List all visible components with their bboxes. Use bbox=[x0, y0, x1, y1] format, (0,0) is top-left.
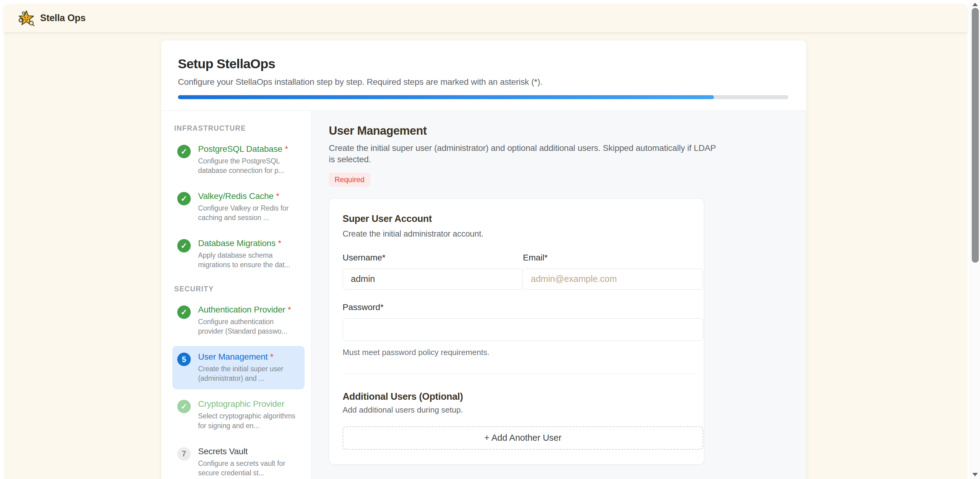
card-title: Super User Account bbox=[343, 213, 703, 224]
scrollbar-up-arrow-icon[interactable] bbox=[972, 3, 978, 6]
step-description: Configure authentication provider (Stand… bbox=[198, 317, 300, 336]
password-help-text: Must meet password policy requirements. bbox=[343, 348, 703, 357]
step-complete-icon: ✓ bbox=[177, 192, 191, 205]
step-number-badge: 7 bbox=[177, 447, 191, 461]
required-asterisk: * bbox=[270, 352, 274, 361]
step-title: Authentication Provider bbox=[198, 305, 285, 314]
step-description: Apply database schema migrations to ensu… bbox=[198, 251, 300, 270]
step-description: Create the initial super user (administr… bbox=[198, 364, 300, 383]
additional-users-subtitle: Add additional users during setup. bbox=[343, 405, 703, 415]
step-number-badge: 5 bbox=[177, 353, 191, 366]
setup-progress-bar bbox=[178, 95, 788, 99]
setup-progress-fill bbox=[178, 95, 714, 99]
add-another-user-button[interactable]: + Add Another User bbox=[343, 426, 703, 450]
scrollbar-thumb[interactable] bbox=[972, 8, 979, 263]
password-label: Password* bbox=[343, 302, 703, 312]
check-icon: ✓ bbox=[181, 194, 188, 204]
steps-sidebar: INFRASTRUCTURE ✓ PostgreSQL Database* Co… bbox=[161, 111, 311, 479]
app-header: Stella Ops bbox=[4, 4, 967, 32]
password-input[interactable] bbox=[343, 318, 703, 341]
step-content-panel: User Management Create the initial super… bbox=[311, 111, 806, 479]
step-title: Valkey/Redis Cache bbox=[198, 191, 274, 201]
super-user-account-card: Super User Account Create the initial ad… bbox=[329, 198, 704, 465]
required-asterisk: * bbox=[278, 239, 282, 248]
sidebar-item-cryptographic-provider[interactable]: ✓ Cryptographic Provider Select cryptogr… bbox=[172, 393, 305, 436]
check-icon: ✓ bbox=[181, 402, 188, 411]
username-label: Username* bbox=[343, 253, 523, 263]
page-title: Setup StellaOps bbox=[178, 56, 789, 71]
scrollbar[interactable] bbox=[970, 0, 980, 479]
check-icon: ✓ bbox=[181, 241, 188, 251]
sidebar-item-secrets-vault[interactable]: 7 Secrets Vault Configure a secrets vaul… bbox=[172, 441, 305, 479]
step-complete-icon: ✓ bbox=[177, 145, 191, 158]
email-label: Email* bbox=[523, 253, 703, 263]
step-title: PostgreSQL Database bbox=[198, 144, 282, 154]
section-divider bbox=[343, 374, 695, 374]
page-subtitle: Configure your StellaOps installation st… bbox=[178, 77, 789, 87]
username-input[interactable] bbox=[343, 269, 523, 290]
step-title: Cryptographic Provider bbox=[198, 399, 285, 409]
step-skipped-icon: ✓ bbox=[177, 400, 191, 413]
step-description: Select cryptographic algorithms for sign… bbox=[198, 411, 300, 430]
required-asterisk: * bbox=[285, 144, 288, 154]
check-icon: ✓ bbox=[181, 147, 188, 156]
additional-users-title: Additional Users (Optional) bbox=[343, 391, 703, 402]
app-name: Stella Ops bbox=[40, 13, 86, 24]
stellaops-logo-icon bbox=[18, 9, 35, 27]
step-title: Database Migrations bbox=[198, 239, 275, 248]
sidebar-item-database-migrations[interactable]: ✓ Database Migrations* Apply database sc… bbox=[172, 232, 305, 276]
step-complete-icon: ✓ bbox=[177, 306, 191, 319]
step-title: User Management bbox=[198, 352, 267, 361]
step-complete-icon: ✓ bbox=[177, 239, 191, 253]
wizard-hero: Setup StellaOps Configure your StellaOps… bbox=[161, 40, 806, 110]
step-number: 7 bbox=[182, 449, 186, 458]
scrollbar-down-arrow-icon[interactable] bbox=[972, 473, 978, 476]
step-description: Configure Valkey or Redis for caching an… bbox=[198, 204, 300, 223]
check-icon: ✓ bbox=[181, 307, 188, 317]
section-label-infrastructure: INFRASTRUCTURE bbox=[174, 124, 305, 132]
sidebar-item-postgresql-database[interactable]: ✓ PostgreSQL Database* Configure the Pos… bbox=[172, 138, 305, 181]
step-title: Secrets Vault bbox=[198, 447, 248, 456]
required-asterisk: * bbox=[276, 191, 279, 201]
section-label-security: SECURITY bbox=[174, 285, 305, 293]
card-subtitle: Create the initial administrator account… bbox=[343, 229, 703, 239]
required-badge: Required bbox=[329, 173, 370, 187]
sidebar-item-authentication-provider[interactable]: ✓ Authentication Provider* Configure aut… bbox=[172, 299, 305, 342]
step-heading: User Management bbox=[329, 124, 806, 137]
step-description: Configure the PostgreSQL database connec… bbox=[198, 156, 300, 175]
step-description: Configure a secrets vault for secure cre… bbox=[198, 459, 300, 478]
sidebar-item-valkey-redis-cache[interactable]: ✓ Valkey/Redis Cache* Configure Valkey o… bbox=[172, 185, 305, 229]
sidebar-item-user-management[interactable]: 5 User Management* Create the initial su… bbox=[172, 346, 305, 389]
setup-wizard-container: Setup StellaOps Configure your StellaOps… bbox=[161, 40, 806, 479]
email-input[interactable] bbox=[523, 269, 703, 290]
step-number: 5 bbox=[182, 355, 186, 364]
required-asterisk: * bbox=[288, 305, 291, 314]
step-lead-text: Create the initial super user (administr… bbox=[329, 143, 721, 165]
